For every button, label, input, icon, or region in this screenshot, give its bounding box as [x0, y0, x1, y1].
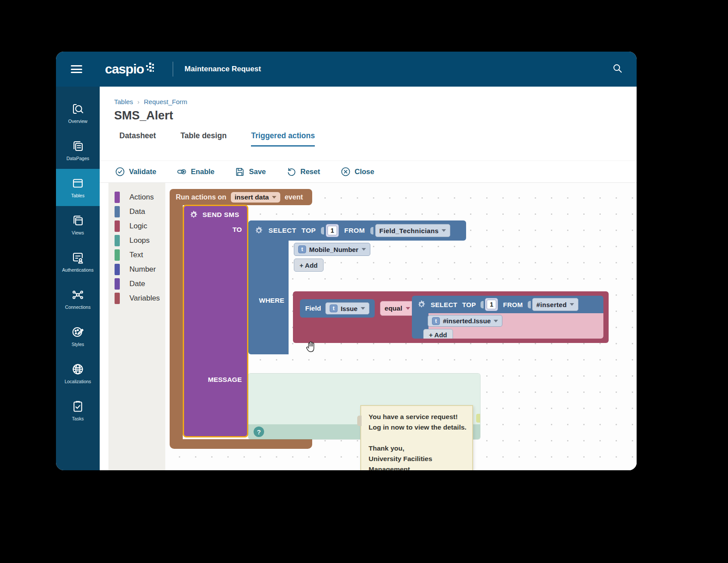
- palette-item-text[interactable]: Text: [108, 248, 165, 262]
- resize-handle[interactable]: [476, 414, 480, 423]
- tab-table-design[interactable]: Table design: [181, 131, 227, 147]
- validate-button[interactable]: Validate: [115, 167, 156, 177]
- message-text-note[interactable]: You have a service request! Log in now t…: [360, 405, 473, 470]
- app-window: caspio Maintenance Request: [56, 52, 637, 470]
- save-button[interactable]: Save: [235, 167, 266, 177]
- chevron-down-icon: [494, 320, 498, 322]
- field-name: #inserted.Issue: [443, 317, 491, 325]
- date-color-bar: [115, 278, 120, 290]
- chevron-down-icon: [570, 303, 574, 306]
- add-field-button[interactable]: + Add: [294, 259, 324, 272]
- where-clause-label: WHERE: [248, 297, 284, 304]
- sidebar-item-datapages[interactable]: DataPages: [56, 132, 100, 169]
- palette-item-variables[interactable]: Variables: [108, 291, 165, 305]
- top-value-input[interactable]: 1: [326, 224, 339, 237]
- main-content: Tables › Request_Form SMS_Alert Datashee…: [100, 87, 637, 470]
- sidebar-item-overview[interactable]: Overview: [56, 94, 100, 132]
- gear-icon[interactable]: [189, 210, 198, 219]
- reset-icon: [286, 167, 296, 177]
- table-name: Field_Technicians: [380, 227, 439, 234]
- chevron-down-icon: [442, 229, 446, 232]
- send-sms-block[interactable]: SEND SMS TO MESSAGE: [183, 205, 248, 437]
- where-field-box: Field t Issue: [300, 299, 375, 318]
- sidebar-item-tasks[interactable]: Tasks: [56, 392, 100, 429]
- sidebar-item-connections[interactable]: Connections: [56, 280, 100, 318]
- datapages-icon: [71, 140, 84, 153]
- select-field-dropdown[interactable]: t Mobile_Number: [294, 243, 370, 256]
- palette-label: Data: [129, 207, 145, 216]
- palette-label: Actions: [129, 193, 154, 202]
- tab-datasheet[interactable]: Datasheet: [119, 131, 156, 147]
- breadcrumb-separator: ›: [137, 98, 139, 105]
- palette-item-date[interactable]: Date: [108, 276, 165, 291]
- text-color-bar: [115, 249, 120, 261]
- sidebar-item-authentications[interactable]: Authentications: [56, 243, 100, 280]
- select-keyword: SELECT: [431, 301, 457, 308]
- close-button[interactable]: Close: [341, 167, 374, 177]
- add-field-button[interactable]: + Add: [423, 329, 453, 339]
- tab-bar: Datasheet Table design Triggered actions: [119, 131, 637, 147]
- palette-item-actions[interactable]: Actions: [108, 190, 165, 204]
- actions-color-bar: [115, 192, 120, 203]
- toggle-icon: [177, 167, 187, 177]
- from-table-dropdown[interactable]: Field_Technicians: [375, 224, 451, 237]
- tab-triggered-actions[interactable]: Triggered actions: [251, 131, 315, 147]
- sidebar-label: Connections: [65, 304, 91, 310]
- sidebar-label: Views: [72, 230, 84, 235]
- search-icon[interactable]: [612, 63, 623, 75]
- note-connector-tab: [357, 416, 362, 426]
- sidebar-label: Styles: [72, 342, 84, 347]
- chevron-down-icon: [272, 196, 276, 199]
- palette-item-data[interactable]: Data: [108, 204, 165, 219]
- to-select-block-header[interactable]: SELECT TOP 1 FROM Field_Technicians: [248, 220, 466, 241]
- save-icon: [235, 167, 245, 177]
- table-name: #inserted: [536, 301, 567, 308]
- where-field-dropdown[interactable]: t Issue: [325, 302, 369, 315]
- sidebar-item-views[interactable]: Views: [56, 206, 100, 243]
- where-condition-block[interactable]: Field t Issue equal: [293, 291, 609, 343]
- palette-item-loops[interactable]: Loops: [108, 233, 165, 248]
- chevron-down-icon: [406, 307, 410, 310]
- event-dropdown[interactable]: insert data: [231, 192, 280, 203]
- palette-label: Variables: [129, 294, 160, 303]
- breadcrumb-tables-link[interactable]: Tables: [114, 98, 133, 105]
- send-sms-title: SEND SMS: [202, 211, 239, 219]
- sidebar-label: Localizations: [65, 379, 91, 384]
- field-name: Issue: [341, 305, 357, 312]
- sidebar-label: DataPages: [66, 156, 89, 161]
- palette-label: Logic: [129, 222, 147, 231]
- operator-dropdown[interactable]: equal: [380, 301, 415, 316]
- socket-connector: [481, 301, 484, 308]
- gear-icon[interactable]: [417, 300, 426, 309]
- breadcrumb: Tables › Request_Form: [100, 87, 637, 105]
- styles-icon: [71, 325, 84, 339]
- hamburger-menu-icon[interactable]: [71, 65, 82, 73]
- nested-select-block[interactable]: SELECT TOP 1 FROM #inserted: [412, 296, 603, 339]
- palette-item-number[interactable]: Number: [108, 262, 165, 276]
- select-keyword: SELECT: [268, 227, 296, 234]
- breadcrumb-request-form-link[interactable]: Request_Form: [144, 98, 187, 105]
- enable-button[interactable]: Enable: [177, 167, 214, 177]
- text-type-icon: t: [432, 317, 440, 325]
- nested-field-dropdown[interactable]: t #inserted.Issue: [428, 315, 502, 327]
- validate-label: Validate: [129, 168, 156, 176]
- sidebar-item-tables[interactable]: Tables: [56, 169, 100, 206]
- from-table-dropdown[interactable]: #inserted: [532, 298, 578, 311]
- field-name: Mobile_Number: [309, 246, 359, 253]
- trigger-block-header[interactable]: Run actions on insert data event: [170, 189, 312, 205]
- variables-color-bar: [115, 293, 120, 304]
- sidebar-item-styles[interactable]: Styles: [56, 318, 100, 355]
- palette-item-logic[interactable]: Logic: [108, 219, 165, 233]
- top-value: 1: [487, 300, 496, 309]
- sidebar-item-localizations[interactable]: Localizations: [56, 355, 100, 392]
- top-value-input[interactable]: 1: [485, 298, 498, 311]
- sidebar: Overview DataPages Tables Views Authenti…: [56, 87, 100, 470]
- help-icon[interactable]: ?: [254, 427, 264, 437]
- logo-mark-icon: [146, 62, 155, 73]
- reset-button[interactable]: Reset: [286, 167, 320, 177]
- trigger-suffix: event: [285, 193, 303, 201]
- app-title: Maintenance Request: [185, 65, 261, 73]
- chevron-down-icon: [362, 248, 366, 251]
- gear-icon[interactable]: [254, 226, 263, 235]
- trigger-canvas[interactable]: Run actions on insert data event: [165, 183, 637, 470]
